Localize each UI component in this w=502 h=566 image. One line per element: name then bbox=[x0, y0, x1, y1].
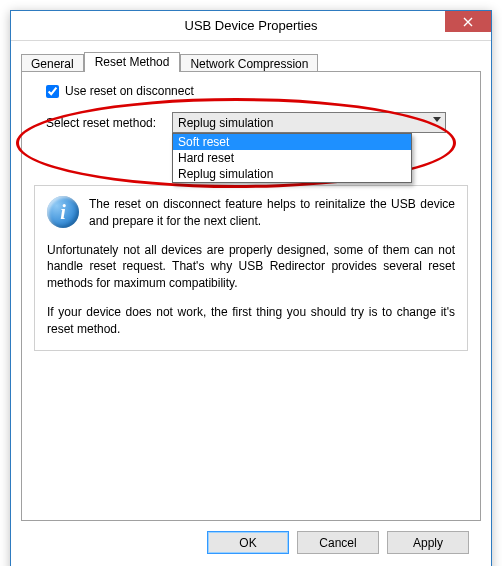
option-hard-reset[interactable]: Hard reset bbox=[173, 150, 411, 166]
use-reset-label: Use reset on disconnect bbox=[65, 84, 194, 98]
cancel-button[interactable]: Cancel bbox=[297, 531, 379, 554]
tab-panel-reset: Use reset on disconnect Select reset met… bbox=[21, 71, 481, 521]
use-reset-checkbox[interactable] bbox=[46, 85, 59, 98]
reset-method-combo-wrap: Replug simulation Soft reset Hard reset … bbox=[172, 112, 446, 133]
info-icon: i bbox=[47, 196, 79, 228]
combo-value: Replug simulation bbox=[178, 116, 273, 130]
info-paragraph-3: If your device does not work, the first … bbox=[47, 304, 455, 338]
ok-button[interactable]: OK bbox=[207, 531, 289, 554]
info-group: i The reset on disconnect feature helps … bbox=[34, 185, 468, 351]
dialog-button-row: OK Cancel Apply bbox=[21, 521, 481, 566]
reset-method-combo[interactable]: Replug simulation bbox=[172, 112, 446, 133]
option-replug-simulation[interactable]: Replug simulation bbox=[173, 166, 411, 182]
dialog-window: USB Device Properties General Reset Meth… bbox=[10, 10, 492, 566]
close-button[interactable] bbox=[445, 11, 491, 32]
tabstrip: General Reset Method Network Compression bbox=[21, 49, 481, 71]
select-method-row: Select reset method: Replug simulation S… bbox=[46, 112, 468, 133]
tab-reset-method[interactable]: Reset Method bbox=[84, 52, 181, 72]
info-paragraph-2: Unfortunately not all devices are proper… bbox=[47, 242, 455, 292]
apply-button[interactable]: Apply bbox=[387, 531, 469, 554]
chevron-down-icon bbox=[433, 117, 441, 122]
titlebar: USB Device Properties bbox=[11, 11, 491, 41]
reset-method-dropdown: Soft reset Hard reset Replug simulation bbox=[172, 133, 412, 183]
info-paragraph-1: The reset on disconnect feature helps to… bbox=[89, 196, 455, 230]
select-method-label: Select reset method: bbox=[46, 116, 166, 130]
option-soft-reset[interactable]: Soft reset bbox=[173, 134, 411, 150]
window-title: USB Device Properties bbox=[11, 18, 491, 33]
close-icon bbox=[463, 17, 473, 27]
content-area: General Reset Method Network Compression… bbox=[11, 41, 491, 566]
use-reset-row: Use reset on disconnect bbox=[46, 84, 468, 98]
